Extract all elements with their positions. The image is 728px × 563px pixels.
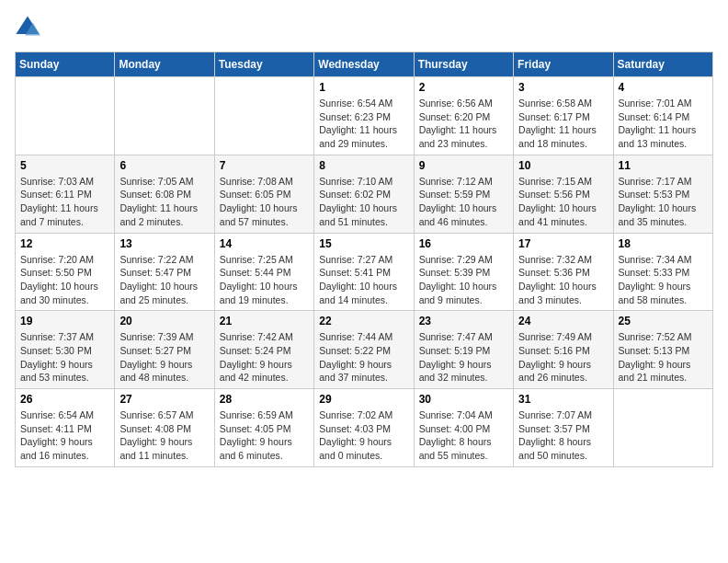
calendar-cell: 13Sunrise: 7:22 AM Sunset: 5:47 PM Dayli… (115, 233, 214, 311)
day-info: Sunrise: 6:59 AM Sunset: 4:05 PM Dayligh… (220, 408, 309, 463)
dow-monday: Monday (115, 52, 214, 77)
calendar-cell: 3Sunrise: 6:58 AM Sunset: 6:17 PM Daylig… (514, 77, 613, 155)
day-number: 2 (419, 81, 508, 94)
calendar-cell: 27Sunrise: 6:57 AM Sunset: 4:08 PM Dayli… (115, 389, 214, 467)
week-row-1: 1Sunrise: 6:54 AM Sunset: 6:23 PM Daylig… (16, 77, 713, 155)
day-info: Sunrise: 7:15 AM Sunset: 5:56 PM Dayligh… (518, 175, 608, 229)
calendar-cell: 9Sunrise: 7:12 AM Sunset: 5:59 PM Daylig… (414, 155, 513, 233)
day-info: Sunrise: 7:39 AM Sunset: 5:27 PM Dayligh… (119, 330, 209, 385)
logo (15, 15, 42, 40)
calendar-cell: 2Sunrise: 6:56 AM Sunset: 6:20 PM Daylig… (414, 77, 513, 155)
day-info: Sunrise: 7:20 AM Sunset: 5:50 PM Dayligh… (20, 253, 109, 307)
day-number: 4 (619, 81, 708, 94)
day-number: 10 (518, 159, 608, 172)
day-info: Sunrise: 7:32 AM Sunset: 5:36 PM Dayligh… (518, 253, 608, 307)
day-info: Sunrise: 7:47 AM Sunset: 5:19 PM Dayligh… (419, 330, 508, 385)
logo-icon (15, 15, 40, 40)
day-number: 11 (619, 159, 708, 172)
day-info: Sunrise: 7:34 AM Sunset: 5:33 PM Dayligh… (619, 253, 708, 307)
calendar-cell: 8Sunrise: 7:10 AM Sunset: 6:02 PM Daylig… (314, 155, 414, 233)
calendar-cell: 7Sunrise: 7:08 AM Sunset: 6:05 PM Daylig… (214, 155, 313, 233)
days-of-week-header: SundayMondayTuesdayWednesdayThursdayFrid… (16, 52, 713, 77)
day-number: 1 (319, 81, 408, 94)
calendar-cell: 29Sunrise: 7:02 AM Sunset: 4:03 PM Dayli… (314, 389, 414, 467)
day-info: Sunrise: 6:54 AM Sunset: 4:11 PM Dayligh… (20, 408, 109, 463)
calendar-cell: 24Sunrise: 7:49 AM Sunset: 5:16 PM Dayli… (514, 311, 613, 389)
day-info: Sunrise: 7:17 AM Sunset: 5:53 PM Dayligh… (619, 175, 708, 229)
day-info: Sunrise: 6:57 AM Sunset: 4:08 PM Dayligh… (119, 408, 209, 463)
calendar-cell: 31Sunrise: 7:07 AM Sunset: 3:57 PM Dayli… (514, 389, 613, 467)
day-info: Sunrise: 7:49 AM Sunset: 5:16 PM Dayligh… (518, 330, 608, 385)
day-info: Sunrise: 6:54 AM Sunset: 6:23 PM Dayligh… (319, 97, 408, 151)
calendar-cell: 30Sunrise: 7:04 AM Sunset: 4:00 PM Dayli… (414, 389, 513, 467)
calendar-cell: 18Sunrise: 7:34 AM Sunset: 5:33 PM Dayli… (613, 233, 712, 311)
day-number: 12 (20, 237, 109, 250)
week-row-3: 12Sunrise: 7:20 AM Sunset: 5:50 PM Dayli… (16, 233, 713, 311)
calendar-cell: 11Sunrise: 7:17 AM Sunset: 5:53 PM Dayli… (613, 155, 712, 233)
day-number: 22 (319, 315, 408, 327)
calendar-cell: 15Sunrise: 7:27 AM Sunset: 5:41 PM Dayli… (314, 233, 414, 311)
day-info: Sunrise: 7:37 AM Sunset: 5:30 PM Dayligh… (20, 330, 109, 385)
day-number: 5 (20, 159, 109, 172)
day-number: 18 (619, 237, 708, 250)
day-number: 20 (119, 315, 209, 327)
dow-tuesday: Tuesday (214, 52, 313, 77)
calendar-cell: 4Sunrise: 7:01 AM Sunset: 6:14 PM Daylig… (613, 77, 712, 155)
day-info: Sunrise: 7:04 AM Sunset: 4:00 PM Dayligh… (419, 408, 508, 463)
day-info: Sunrise: 7:05 AM Sunset: 6:08 PM Dayligh… (119, 175, 209, 229)
calendar-cell: 25Sunrise: 7:52 AM Sunset: 5:13 PM Dayli… (613, 311, 712, 389)
day-number: 3 (518, 81, 608, 94)
calendar-cell: 21Sunrise: 7:42 AM Sunset: 5:24 PM Dayli… (214, 311, 313, 389)
day-info: Sunrise: 7:10 AM Sunset: 6:02 PM Dayligh… (319, 175, 408, 229)
day-number: 19 (20, 315, 109, 327)
calendar-table: SundayMondayTuesdayWednesdayThursdayFrid… (15, 52, 713, 467)
day-info: Sunrise: 7:25 AM Sunset: 5:44 PM Dayligh… (220, 253, 309, 307)
dow-friday: Friday (514, 52, 613, 77)
calendar-cell: 6Sunrise: 7:05 AM Sunset: 6:08 PM Daylig… (115, 155, 214, 233)
calendar-cell: 19Sunrise: 7:37 AM Sunset: 5:30 PM Dayli… (16, 311, 115, 389)
calendar-cell (115, 77, 214, 155)
calendar-cell (16, 77, 115, 155)
day-number: 15 (319, 237, 408, 250)
calendar-cell: 26Sunrise: 6:54 AM Sunset: 4:11 PM Dayli… (16, 389, 115, 467)
week-row-5: 26Sunrise: 6:54 AM Sunset: 4:11 PM Dayli… (16, 389, 713, 467)
dow-wednesday: Wednesday (314, 52, 414, 77)
week-row-2: 5Sunrise: 7:03 AM Sunset: 6:11 PM Daylig… (16, 155, 713, 233)
day-info: Sunrise: 7:42 AM Sunset: 5:24 PM Dayligh… (220, 330, 309, 385)
day-number: 6 (119, 159, 209, 172)
day-info: Sunrise: 7:27 AM Sunset: 5:41 PM Dayligh… (319, 253, 408, 307)
day-number: 8 (319, 159, 408, 172)
calendar-cell (214, 77, 313, 155)
calendar-cell: 12Sunrise: 7:20 AM Sunset: 5:50 PM Dayli… (16, 233, 115, 311)
day-number: 17 (518, 237, 608, 250)
dow-thursday: Thursday (414, 52, 513, 77)
day-info: Sunrise: 7:02 AM Sunset: 4:03 PM Dayligh… (319, 408, 408, 463)
day-info: Sunrise: 7:12 AM Sunset: 5:59 PM Dayligh… (419, 175, 508, 229)
day-number: 13 (119, 237, 209, 250)
calendar-cell: 5Sunrise: 7:03 AM Sunset: 6:11 PM Daylig… (16, 155, 115, 233)
calendar-cell: 17Sunrise: 7:32 AM Sunset: 5:36 PM Dayli… (514, 233, 613, 311)
day-number: 27 (119, 393, 209, 406)
day-number: 29 (319, 393, 408, 406)
calendar-cell: 10Sunrise: 7:15 AM Sunset: 5:56 PM Dayli… (514, 155, 613, 233)
calendar-cell: 22Sunrise: 7:44 AM Sunset: 5:22 PM Dayli… (314, 311, 414, 389)
page-header (15, 15, 713, 40)
day-info: Sunrise: 7:44 AM Sunset: 5:22 PM Dayligh… (319, 330, 408, 385)
day-number: 24 (518, 315, 608, 327)
day-info: Sunrise: 6:56 AM Sunset: 6:20 PM Dayligh… (419, 97, 508, 151)
day-info: Sunrise: 7:52 AM Sunset: 5:13 PM Dayligh… (619, 330, 708, 385)
day-number: 7 (220, 159, 309, 172)
day-number: 25 (619, 315, 708, 327)
dow-saturday: Saturday (613, 52, 712, 77)
day-number: 21 (220, 315, 309, 327)
calendar-body: 1Sunrise: 6:54 AM Sunset: 6:23 PM Daylig… (16, 77, 713, 467)
calendar-cell: 14Sunrise: 7:25 AM Sunset: 5:44 PM Dayli… (214, 233, 313, 311)
week-row-4: 19Sunrise: 7:37 AM Sunset: 5:30 PM Dayli… (16, 311, 713, 389)
day-info: Sunrise: 7:22 AM Sunset: 5:47 PM Dayligh… (119, 253, 209, 307)
day-info: Sunrise: 7:03 AM Sunset: 6:11 PM Dayligh… (20, 175, 109, 229)
calendar-cell: 1Sunrise: 6:54 AM Sunset: 6:23 PM Daylig… (314, 77, 414, 155)
day-number: 30 (419, 393, 508, 406)
day-number: 28 (220, 393, 309, 406)
day-number: 26 (20, 393, 109, 406)
day-info: Sunrise: 7:01 AM Sunset: 6:14 PM Dayligh… (619, 97, 708, 151)
